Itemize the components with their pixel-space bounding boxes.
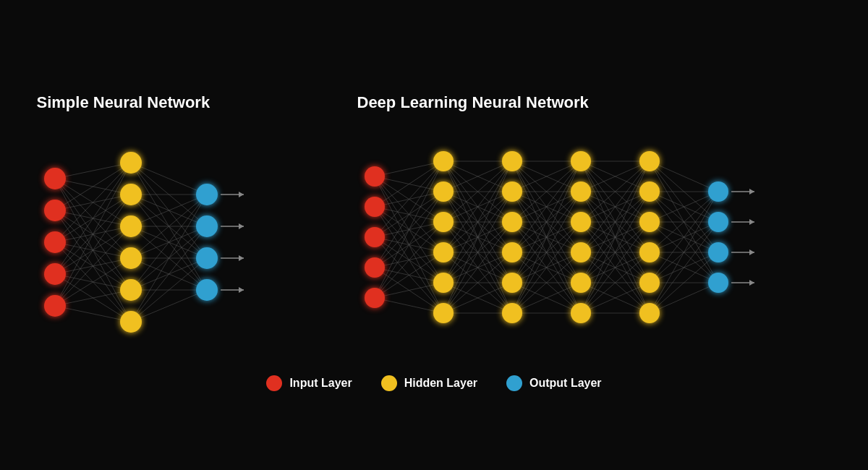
simple-network-section: Simple Neural Network bbox=[37, 93, 328, 359]
legend-output-label: Output Layer bbox=[529, 377, 602, 390]
deep-network-canvas bbox=[357, 125, 832, 349]
legend-input: Input Layer bbox=[266, 375, 352, 391]
main-container: Simple Neural Network Deep Learning Neur… bbox=[0, 79, 868, 359]
legend-output: Output Layer bbox=[506, 375, 602, 391]
deep-network-section: Deep Learning Neural Network bbox=[357, 93, 832, 349]
simple-network-title: Simple Neural Network bbox=[37, 93, 210, 112]
simple-network-canvas bbox=[37, 125, 328, 359]
deep-network-title: Deep Learning Neural Network bbox=[357, 93, 589, 112]
legend-hidden: Hidden Layer bbox=[381, 375, 477, 391]
legend-input-label: Input Layer bbox=[289, 377, 352, 390]
legend-hidden-label: Hidden Layer bbox=[404, 377, 477, 390]
legend-hidden-dot bbox=[381, 375, 397, 391]
legend-output-dot bbox=[506, 375, 522, 391]
legend: Input Layer Hidden Layer Output Layer bbox=[266, 375, 601, 391]
legend-input-dot bbox=[266, 375, 282, 391]
